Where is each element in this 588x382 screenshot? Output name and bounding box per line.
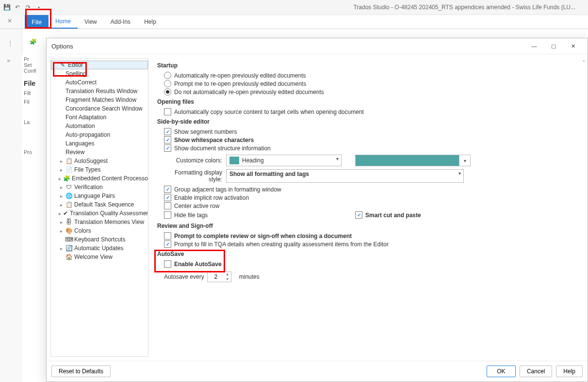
home-tab[interactable]: Home bbox=[49, 15, 78, 29]
chk-copy-source[interactable] bbox=[164, 108, 171, 115]
expand-icon[interactable]: ▸ bbox=[59, 185, 64, 190]
expand-icon[interactable]: ▸ bbox=[59, 220, 64, 225]
sbs-heading: Side-by-side editor bbox=[157, 118, 581, 125]
cancel-button[interactable]: Cancel bbox=[520, 366, 552, 377]
scroll-up-icon[interactable]: ⌃ bbox=[581, 59, 587, 65]
review-heading: Review and Sign-off bbox=[157, 223, 581, 229]
color-swatch-icon bbox=[229, 157, 239, 164]
reset-defaults-button[interactable]: Reset to Defaults bbox=[51, 366, 111, 377]
tree-editor[interactable]: ✎Editor bbox=[51, 61, 148, 69]
tree-font-adapt[interactable]: Font Adaptation bbox=[51, 113, 148, 122]
stub-fil: Fil bbox=[24, 99, 48, 105]
menu-dots-icon[interactable]: ⋮ bbox=[7, 40, 15, 48]
expand-icon[interactable]: ▸ bbox=[59, 159, 64, 164]
expand-icon[interactable]: » bbox=[7, 57, 15, 65]
shield-icon: 🛡 bbox=[65, 184, 72, 191]
customize-colors-select[interactable]: Heading bbox=[226, 155, 342, 166]
embed-icon: 🧩 bbox=[63, 175, 70, 182]
tree-verification[interactable]: ▸🛡Verification bbox=[51, 183, 148, 191]
check-icon: ✔ bbox=[63, 210, 68, 217]
chk-seg-numbers[interactable] bbox=[164, 128, 171, 135]
pencil-icon: ✎ bbox=[59, 62, 66, 68]
options-tree[interactable]: ✎Editor Spelling AutoCorrect Translation… bbox=[50, 58, 148, 357]
opening-heading: Opening files bbox=[157, 98, 581, 105]
tree-spelling[interactable]: Spelling bbox=[51, 69, 148, 78]
radio-auto-reopen[interactable] bbox=[164, 72, 171, 79]
expand-icon[interactable]: ▸ bbox=[59, 193, 64, 199]
spin-up-icon[interactable]: ▲ bbox=[224, 272, 231, 277]
tree-keyboard[interactable]: ⌨Keyboard Shortcuts bbox=[51, 235, 148, 244]
doc-icon: 📄 bbox=[65, 166, 72, 173]
chk-prompt-complete[interactable] bbox=[164, 232, 171, 239]
tree-langpairs[interactable]: ▸🌐Language Pairs bbox=[51, 191, 148, 200]
help-tab[interactable]: Help bbox=[137, 15, 163, 29]
tree-ecp[interactable]: ▸🧩Embedded Content Processors bbox=[51, 174, 148, 183]
radio-donot-reopen[interactable] bbox=[164, 88, 171, 96]
ribbon-prev-icon[interactable]: 🧩 bbox=[29, 38, 37, 46]
tree-welcome[interactable]: 🏠Welcome View bbox=[51, 253, 148, 261]
tree-tmv[interactable]: ▸🗄Translation Memories View bbox=[51, 218, 148, 226]
view-tab[interactable]: View bbox=[78, 15, 104, 29]
close-button[interactable]: ✕ bbox=[563, 38, 583, 54]
chk-smart-cut[interactable] bbox=[355, 211, 362, 219]
tree-fragment-matches[interactable]: Fragment Matches Window bbox=[51, 96, 148, 104]
app-title: Trados Studio - O-48245 202405_RTS appen… bbox=[43, 4, 585, 11]
chk-center-row[interactable] bbox=[164, 202, 171, 209]
addins-tab[interactable]: Add-Ins bbox=[104, 15, 137, 29]
chevron-down-icon: ▾ bbox=[459, 155, 470, 166]
customize-colors-label: Customize colors: bbox=[164, 157, 222, 164]
list-icon: 📋 bbox=[65, 158, 72, 164]
chk-hide-tags[interactable] bbox=[164, 211, 171, 219]
chk-docstruct[interactable] bbox=[164, 144, 171, 152]
tree-dts[interactable]: ▸📋Default Task Sequence bbox=[51, 200, 148, 209]
expand-icon[interactable]: ▸ bbox=[59, 211, 61, 216]
db-icon: 🗄 bbox=[65, 219, 72, 225]
minutes-label: minutes bbox=[239, 273, 260, 280]
dialog-title: Options bbox=[51, 43, 73, 50]
task-icon: 📋 bbox=[65, 201, 72, 208]
radio-prompt-reopen[interactable] bbox=[164, 80, 171, 87]
stub-pr: Pr bbox=[24, 56, 48, 62]
color-picker[interactable]: ▾ bbox=[355, 155, 471, 166]
qat-down-icon[interactable]: ▾ bbox=[35, 3, 43, 11]
tree-autosuggest[interactable]: ▸📋AutoSuggest bbox=[51, 157, 148, 165]
autosave-minutes-spinner[interactable]: ▲▼ bbox=[207, 271, 231, 282]
tree-filetypes[interactable]: ▸📄File Types bbox=[51, 165, 148, 174]
expand-icon[interactable]: ▸ bbox=[59, 167, 64, 173]
chk-enable-autosave[interactable] bbox=[164, 260, 171, 268]
format-display-select[interactable]: Show all formatting and tags bbox=[226, 169, 464, 183]
chk-prompt-tqa[interactable] bbox=[164, 240, 171, 248]
qat-undo-icon[interactable]: ↶ bbox=[14, 3, 21, 11]
tree-colors[interactable]: ▸🎨Colors bbox=[51, 226, 148, 235]
ok-button[interactable]: OK bbox=[487, 366, 516, 377]
tree-autoupdate[interactable]: ▸🔄Automatic Updates bbox=[51, 244, 148, 253]
minimize-button[interactable]: — bbox=[524, 38, 544, 54]
autosave-minutes-input[interactable] bbox=[208, 272, 224, 282]
expand-icon[interactable]: ▸ bbox=[59, 246, 64, 251]
tree-languages[interactable]: Languages bbox=[51, 139, 148, 148]
help-button[interactable]: Help bbox=[556, 366, 583, 377]
qat-redo-icon[interactable]: ↷ bbox=[24, 3, 32, 11]
tree-automation[interactable]: Automation bbox=[51, 122, 148, 130]
chk-whitespace[interactable] bbox=[164, 136, 171, 143]
chk-implicit-row[interactable] bbox=[164, 194, 171, 201]
tree-concordance[interactable]: Concordance Search Window bbox=[51, 104, 148, 113]
chk-group-tags[interactable] bbox=[164, 186, 171, 193]
options-content: ⌃ Startup Automatically re-open previous… bbox=[148, 54, 588, 361]
expand-icon[interactable]: ▸ bbox=[59, 202, 64, 207]
maximize-button[interactable]: ▢ bbox=[544, 38, 563, 54]
tree-autoprop[interactable]: Auto-propagation bbox=[51, 130, 148, 139]
tree-tqa[interactable]: ▸✔Translation Quality Assessment bbox=[51, 209, 148, 218]
home-icon: 🏠 bbox=[65, 254, 72, 260]
autosave-heading: AutoSave bbox=[157, 251, 581, 257]
expand-icon[interactable]: ▸ bbox=[59, 228, 64, 234]
tree-autocorrect[interactable]: AutoCorrect bbox=[51, 78, 148, 87]
qat-save-icon[interactable]: 💾 bbox=[3, 3, 11, 11]
spin-down-icon[interactable]: ▼ bbox=[224, 277, 231, 282]
tree-trans-results[interactable]: Translation Results Window bbox=[51, 87, 148, 96]
stub-set: Set bbox=[24, 62, 48, 68]
expand-icon[interactable]: ▸ bbox=[59, 176, 61, 181]
stub-file: File bbox=[24, 80, 48, 87]
tree-review[interactable]: Review bbox=[51, 148, 148, 157]
file-tab[interactable]: File bbox=[25, 15, 49, 29]
